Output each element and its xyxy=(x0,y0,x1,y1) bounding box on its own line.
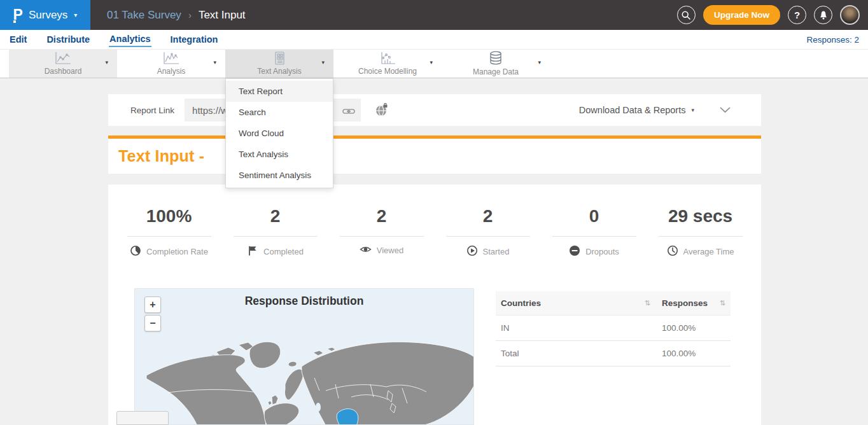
stat-label: Average Time xyxy=(683,247,734,256)
question-title-card: Text Input - xyxy=(108,139,761,174)
map-country-india xyxy=(337,409,358,425)
help-icon[interactable]: ? xyxy=(788,6,806,24)
stat-label: Completion Rate xyxy=(146,247,208,256)
chevron-down-icon[interactable]: ▾ xyxy=(430,59,433,66)
minus-circle-icon xyxy=(569,245,580,258)
menu-item-text-analysis[interactable]: Text Analysis xyxy=(226,144,333,165)
stat-value: 2 xyxy=(328,206,435,226)
search-icon[interactable] xyxy=(677,6,696,24)
zoom-in-button[interactable]: + xyxy=(144,296,161,313)
menu-item-sentiment-analysis[interactable]: Sentiment Analysis xyxy=(226,165,333,186)
chevron-down-icon[interactable]: ▾ xyxy=(105,59,108,66)
zigzag-chart-icon xyxy=(162,52,181,66)
chevron-down-icon[interactable]: ▾ xyxy=(321,59,325,66)
tab-label: Dashboard xyxy=(45,67,82,76)
world-map[interactable] xyxy=(135,289,474,425)
responses-count: Responses: 2 xyxy=(806,35,859,45)
responses-cell: 100.00% xyxy=(662,323,696,333)
tab-label: Analysis xyxy=(157,67,186,76)
stat-label: Dropouts xyxy=(585,247,619,256)
flag-icon xyxy=(247,245,258,258)
stat-completed: 2 Completed xyxy=(222,206,328,258)
tab-label: Text Analysis xyxy=(257,67,301,76)
globe-lock-icon[interactable] xyxy=(375,103,389,117)
choice-chart-icon xyxy=(378,52,397,66)
countries-table: Countries ⇅ Responses ⇅ IN 100.00% Total… xyxy=(496,291,731,366)
topbar-actions: Upgrade Now ? xyxy=(677,5,868,25)
country-cell: Total xyxy=(501,349,519,358)
clock-icon xyxy=(667,245,678,258)
chevron-down-icon: ▾ xyxy=(74,11,77,18)
country-cell: IN xyxy=(501,323,510,333)
chevron-down-icon: ▾ xyxy=(691,107,694,113)
breadcrumb-current: Text Input xyxy=(199,9,246,22)
questionpro-logo-icon: P xyxy=(13,8,23,22)
stat-value: 0 xyxy=(541,206,647,226)
stat-label: Started xyxy=(483,247,510,256)
line-chart-icon xyxy=(53,52,73,66)
menu-item-text-report[interactable]: Text Report xyxy=(226,81,333,102)
map-zoom-controls: + − xyxy=(144,296,161,331)
nav-item-distribute[interactable]: Distribute xyxy=(46,32,90,46)
survey-nav: Edit Distribute Analytics Integration Re… xyxy=(0,30,868,50)
completion-rate-icon xyxy=(130,245,141,258)
responses-header[interactable]: Responses ⇅ xyxy=(662,298,725,308)
eye-icon xyxy=(360,245,372,256)
table-row: Total 100.00% xyxy=(496,341,731,366)
nav-item-edit[interactable]: Edit xyxy=(9,32,27,46)
menu-item-search[interactable]: Search xyxy=(226,102,333,123)
menu-item-word-cloud[interactable]: Word Cloud xyxy=(226,123,333,144)
stat-value: 100% xyxy=(116,206,222,226)
breadcrumb: 01 Take Survey › Text Input xyxy=(107,9,246,22)
question-title: Text Input - xyxy=(118,147,204,165)
tab-text-analysis[interactable]: Text Analysis ▾ xyxy=(225,50,333,78)
report-link-bar: Report Link Download Data & Reports ▾ xyxy=(108,94,761,126)
top-bar: P Surveys ▾ 01 Take Survey › Text Input … xyxy=(0,0,868,30)
sort-icon[interactable]: ⇅ xyxy=(645,299,650,307)
stat-value: 2 xyxy=(435,206,541,226)
table-row: IN 100.00% xyxy=(496,316,731,341)
report-link-label: Report Link xyxy=(130,106,174,115)
table-header-row: Countries ⇅ Responses ⇅ xyxy=(496,291,731,316)
tab-choice-modelling[interactable]: Choice Modelling ▾ xyxy=(333,50,442,78)
response-distribution-map[interactable]: Response Distribution + − xyxy=(134,288,474,425)
dashboard-card: 100% Completion Rate 2 Completed 2 Viewe… xyxy=(108,185,761,425)
link-preview-tooltip xyxy=(116,411,169,425)
product-name: Surveys xyxy=(29,9,67,22)
sort-icon[interactable]: ⇅ xyxy=(720,299,725,307)
breadcrumb-separator: › xyxy=(188,10,192,20)
breadcrumb-survey-link[interactable]: 01 Take Survey xyxy=(107,9,181,22)
stat-value: 29 secs xyxy=(647,206,753,226)
tab-analysis[interactable]: Analysis ▾ xyxy=(117,50,225,78)
text-report-icon xyxy=(271,52,288,66)
chevron-down-icon[interactable]: ▾ xyxy=(538,59,541,66)
countries-header[interactable]: Countries ⇅ xyxy=(501,298,662,308)
tab-manage-data[interactable]: Manage Data ▾ xyxy=(442,50,550,78)
user-avatar[interactable] xyxy=(840,5,860,25)
nav-item-analytics[interactable]: Analytics xyxy=(109,32,151,47)
tab-label: Choice Modelling xyxy=(358,67,417,76)
stat-completion-rate: 100% Completion Rate xyxy=(116,206,222,258)
stat-started: 2 Started xyxy=(435,206,541,258)
notifications-bell-icon[interactable] xyxy=(814,6,832,24)
zoom-out-button[interactable]: − xyxy=(144,315,161,331)
database-icon xyxy=(487,51,504,66)
stat-label: Viewed xyxy=(377,246,403,255)
stat-viewed: 2 Viewed xyxy=(328,206,435,258)
link-icon[interactable] xyxy=(342,106,355,118)
analytics-toolbar: Dashboard ▾ Analysis ▾ Text Analysis ▾ C… xyxy=(0,50,868,78)
download-data-reports-dropdown[interactable]: Download Data & Reports ▾ xyxy=(579,105,694,115)
stats-row: 100% Completion Rate 2 Completed 2 Viewe… xyxy=(108,185,761,258)
stat-value: 2 xyxy=(222,206,328,226)
nav-item-integration[interactable]: Integration xyxy=(170,32,219,46)
play-circle-icon xyxy=(466,245,478,258)
upgrade-now-button[interactable]: Upgrade Now xyxy=(703,5,780,25)
chevron-down-icon[interactable]: ▾ xyxy=(213,59,216,66)
stat-label: Completed xyxy=(263,247,304,256)
responses-cell: 100.00% xyxy=(662,349,696,358)
product-switcher[interactable]: P Surveys ▾ xyxy=(0,0,90,30)
tab-dashboard[interactable]: Dashboard ▾ xyxy=(9,50,117,78)
tab-label: Manage Data xyxy=(473,67,519,76)
text-analysis-menu: Text Report Search Word Cloud Text Analy… xyxy=(225,78,333,188)
collapse-chevron-icon[interactable] xyxy=(720,104,731,116)
